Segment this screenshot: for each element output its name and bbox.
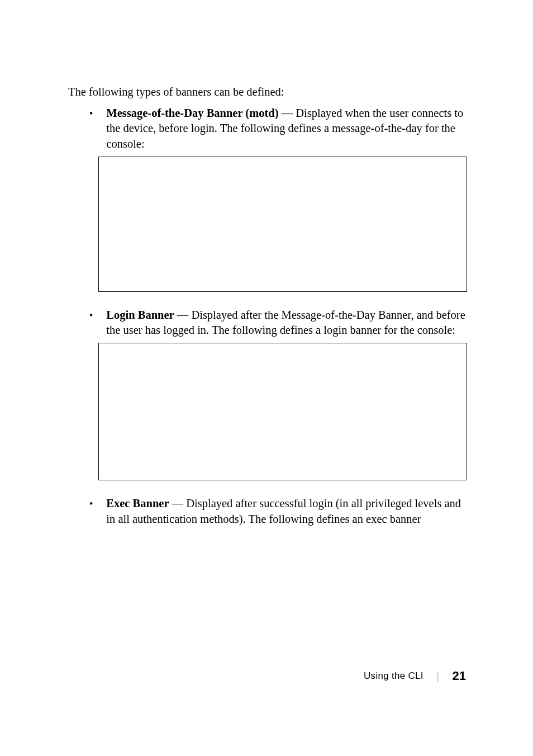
footer-separator: | bbox=[437, 670, 439, 682]
list-item-text: Login Banner — Displayed after the Messa… bbox=[106, 308, 467, 338]
intro-paragraph: The following types of banners can be de… bbox=[68, 84, 467, 100]
item-bold: Message-of-the-Day Banner (motd) bbox=[106, 107, 278, 119]
bullet-icon: • bbox=[89, 498, 93, 527]
code-box bbox=[98, 157, 467, 292]
page-footer: Using the CLI | 21 bbox=[364, 669, 466, 683]
list-item: • Login Banner — Displayed after the Mes… bbox=[89, 308, 467, 338]
page-number: 21 bbox=[453, 669, 466, 683]
list-item: • Message-of-the-Day Banner (motd) — Dis… bbox=[89, 106, 467, 152]
bullet-icon: • bbox=[89, 108, 93, 152]
list-item: • Exec Banner — Displayed after successf… bbox=[89, 496, 467, 527]
item-bold: Login Banner bbox=[106, 309, 174, 321]
list-item-text: Message-of-the-Day Banner (motd) — Displ… bbox=[106, 106, 467, 152]
footer-title: Using the CLI bbox=[364, 670, 423, 682]
item-bold: Exec Banner bbox=[106, 497, 169, 509]
bullet-icon: • bbox=[89, 310, 93, 338]
list-item-text: Exec Banner — Displayed after successful… bbox=[106, 496, 467, 527]
code-box bbox=[98, 343, 467, 480]
